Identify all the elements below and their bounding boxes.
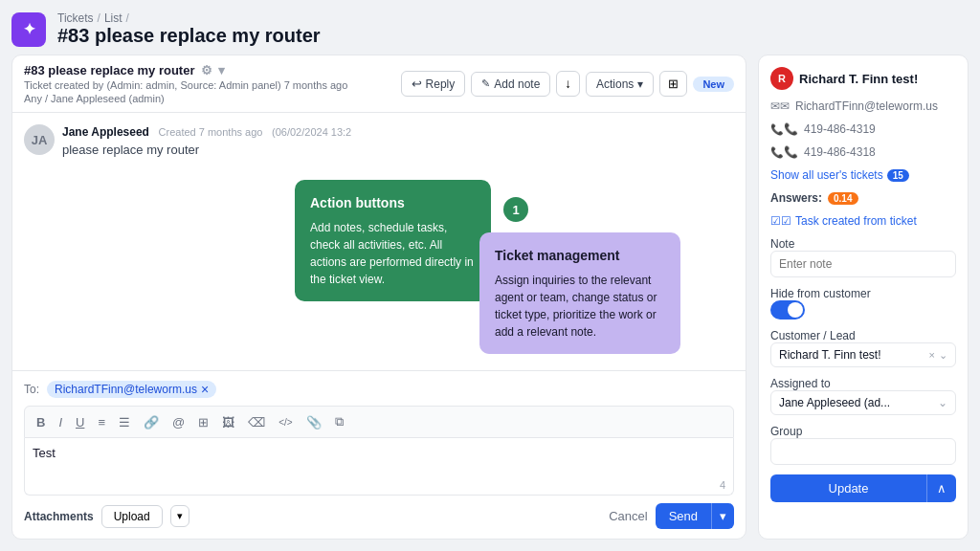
attachments-label: Attachments xyxy=(24,510,94,523)
phone1-row: 📞 419-486-4319 xyxy=(770,122,956,136)
upload-button[interactable]: Upload xyxy=(101,505,163,528)
tooltip-1-body: Add notes, schedule tasks, check all act… xyxy=(310,219,476,288)
attach-button[interactable]: 📎 xyxy=(302,413,325,431)
editor-toolbar: B I U ≡ ☰ 🔗 @ ⊞ 🖼 ⌫ </> 📎 ⧉ xyxy=(24,406,734,438)
image-button[interactable]: 🖼 xyxy=(218,413,238,431)
task-link[interactable]: ☑ Task created from ticket xyxy=(770,214,956,228)
bold-button[interactable]: B xyxy=(33,413,49,431)
update-button[interactable]: Update ∧ xyxy=(770,474,956,502)
assigned-select[interactable]: Jane Appleseed (ad... ⌄ xyxy=(770,390,956,415)
tickets-count-badge: 15 xyxy=(887,169,909,182)
screen-button[interactable]: ⊞ xyxy=(659,71,687,97)
ticket-actions: ↩ Reply ✎ Add note ↓ Actions ▾ xyxy=(401,71,734,97)
left-panel: #83 please replace my router ⚙ ▾ Ticket … xyxy=(11,55,746,540)
toggle-row xyxy=(770,300,956,320)
add-note-label: Add note xyxy=(494,77,540,91)
hide-toggle[interactable] xyxy=(770,300,805,320)
actions-chevron-icon: ▾ xyxy=(637,77,643,91)
ticket-header-bar: #83 please replace my router ⚙ ▾ Ticket … xyxy=(12,55,746,113)
mention-button[interactable]: @ xyxy=(168,413,189,431)
reply-area: To: RichardTFinn@teleworm.us × B I U ≡ ☰… xyxy=(12,370,746,539)
attachments-row: Attachments Upload ▾ xyxy=(24,505,189,528)
add-note-button[interactable]: ✎ Add note xyxy=(471,72,550,97)
actions-button[interactable]: Actions ▾ xyxy=(586,72,654,97)
app-container: ✦ Tickets / List / #83 please replace my… xyxy=(0,0,980,551)
task-checkbox-icon: ☑ xyxy=(770,214,791,228)
send-label: Send xyxy=(656,503,711,529)
tooltip-ticket-management: Ticket management Assign inquiries to th… xyxy=(479,232,680,354)
erase-button[interactable]: ⌫ xyxy=(244,413,269,431)
recipient-email: RichardTFinn@teleworm.us xyxy=(55,383,197,396)
assigned-value: Jane Appleseed (ad... xyxy=(779,396,890,409)
hide-label: Hide from customer xyxy=(770,287,956,300)
answers-row: Answers: 0.14 xyxy=(770,191,956,205)
ticket-created-by: Ticket created by (Admin: admin, Source:… xyxy=(24,79,347,91)
link-button[interactable]: 🔗 xyxy=(140,413,163,431)
answers-badge: 0.14 xyxy=(828,192,858,205)
ordered-list-button[interactable]: ≡ xyxy=(94,413,109,431)
breadcrumb-tickets: Tickets xyxy=(57,11,94,25)
phone1: 419-486-4319 xyxy=(804,122,876,136)
chevron-down-icon[interactable]: ⌄ xyxy=(939,349,947,362)
email-row: ✉ RichardTFinn@teleworm.us xyxy=(770,99,956,113)
message-author: Jane Appleseed xyxy=(62,125,149,139)
note-label: Note xyxy=(770,237,956,251)
ticket-title: #83 please replace my router xyxy=(24,63,195,77)
right-panel: R Richard T. Finn test! ✉ RichardTFinn@t… xyxy=(758,55,969,540)
task-label: Task created from ticket xyxy=(795,214,917,228)
tooltip-1-title: Action buttons xyxy=(310,193,476,213)
select-icons: × ⌄ xyxy=(929,349,947,362)
toggle-knob xyxy=(788,302,803,318)
download-button[interactable]: ↓ xyxy=(556,71,580,97)
note-input[interactable] xyxy=(770,251,956,277)
customer-lead-select[interactable]: Richard T. Finn test! × ⌄ xyxy=(770,342,956,367)
answers-label: Answers: xyxy=(770,191,822,205)
page-title: #83 please replace my router xyxy=(57,25,321,47)
show-tickets-button[interactable]: Show all user's tickets 15 xyxy=(770,168,956,182)
group-label: Group xyxy=(770,425,956,438)
upload-dropdown-button[interactable]: ▾ xyxy=(170,505,189,527)
customer-name: Richard T. Finn test! xyxy=(799,72,918,86)
editor-body[interactable]: Test 4 xyxy=(24,438,734,496)
to-label: To: xyxy=(24,383,39,396)
ticket-meta: #83 please replace my router ⚙ ▾ Ticket … xyxy=(24,63,347,104)
unordered-list-button[interactable]: ☰ xyxy=(115,413,134,431)
recipient-tag: RichardTFinn@teleworm.us × xyxy=(47,381,216,398)
clear-icon[interactable]: × xyxy=(929,349,935,361)
reply-button[interactable]: ↩ Reply xyxy=(401,71,466,97)
table-button[interactable]: ⊞ xyxy=(194,413,212,431)
tooltip-action-buttons: Action buttons Add notes, schedule tasks… xyxy=(295,180,491,301)
group-select[interactable] xyxy=(770,438,956,465)
ticket-assigned: Any / Jane Appleseed (admin) xyxy=(24,93,347,104)
code-button[interactable]: </> xyxy=(275,415,296,430)
phone1-icon: 📞 xyxy=(770,122,798,136)
ticket-settings-icon[interactable]: ⚙ xyxy=(201,63,212,77)
breadcrumb: Tickets / List / xyxy=(57,11,321,25)
send-group: Cancel Send ▾ xyxy=(609,503,734,529)
remove-recipient-icon[interactable]: × xyxy=(201,383,209,396)
message-row: JA Jane Appleseed Created 7 months ago (… xyxy=(24,124,734,157)
tooltip-2-body: Assign inquiries to the relevant agent o… xyxy=(495,272,665,341)
customer-lead-label: Customer / Lead xyxy=(770,329,956,342)
customer-name-row: R Richard T. Finn test! xyxy=(770,67,956,90)
ticket-dropdown-icon[interactable]: ▾ xyxy=(218,63,225,77)
download-icon: ↓ xyxy=(565,77,571,91)
cancel-button[interactable]: Cancel xyxy=(609,509,647,523)
breadcrumb-list: List xyxy=(104,11,122,25)
underline-button[interactable]: U xyxy=(72,413,88,431)
message-text: please replace my router xyxy=(62,143,734,157)
customer-email: RichardTFinn@teleworm.us xyxy=(795,99,938,113)
copy-button[interactable]: ⧉ xyxy=(331,412,347,431)
reply-label: Reply xyxy=(426,77,456,91)
italic-button[interactable]: I xyxy=(55,413,66,431)
reply-footer: Attachments Upload ▾ Cancel Send ▾ xyxy=(24,503,734,529)
update-caret-icon[interactable]: ∧ xyxy=(926,474,956,502)
assigned-label: Assigned to xyxy=(770,377,956,390)
tooltip-2-title: Ticket management xyxy=(495,246,665,266)
reply-to-row: To: RichardTFinn@teleworm.us × xyxy=(24,381,734,398)
send-button[interactable]: Send ▾ xyxy=(656,503,734,529)
update-label: Update xyxy=(770,474,926,502)
reply-icon: ↩ xyxy=(412,77,422,91)
phone2-icon: 📞 xyxy=(770,145,798,159)
send-caret-icon[interactable]: ▾ xyxy=(711,503,734,529)
